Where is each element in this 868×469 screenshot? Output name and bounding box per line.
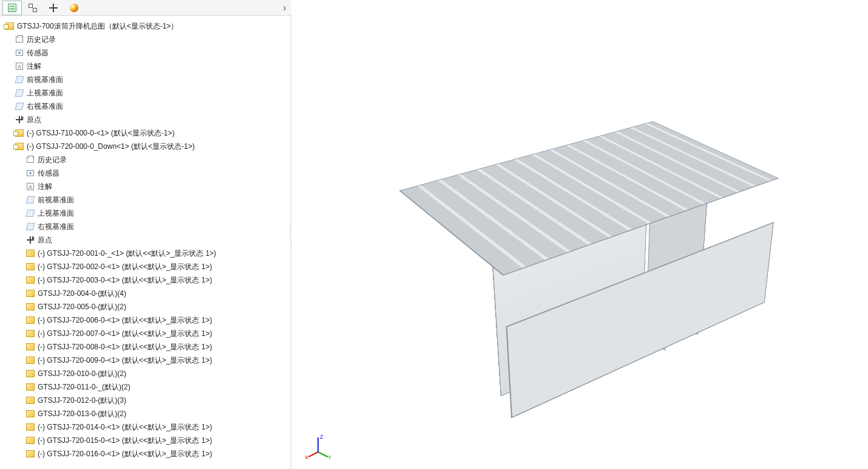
tree-subasm-720-label: (-) GTSJJ-720-000-0_Down<1> (默认<显示状态-1>) <box>27 142 195 152</box>
tree-sub2-top-plane-label: 上视基准面 <box>38 208 74 219</box>
orientation-triad[interactable]: X Y Z <box>305 434 331 460</box>
tree-front-plane[interactable]: 前视基准面 <box>1 73 291 86</box>
tree-history[interactable]: 历史记录 <box>1 33 291 46</box>
tree-sensors[interactable]: 传感器 <box>1 46 291 60</box>
tree-sub2-sensors[interactable]: 传感器 <box>1 166 291 180</box>
feature-tree: GTSJJ-700滚筒升降机总图（默认<显示状态-1>） 历史记录 传感器 注解… <box>0 16 291 468</box>
folder-icon <box>25 155 35 165</box>
tree-part[interactable]: (-) GTSJJ-720-001-0-_<1> (默认<<默认>_显示状态 1… <box>1 247 291 260</box>
tree-origin[interactable]: 原点 <box>1 113 291 126</box>
tree-part[interactable]: (-) GTSJJ-720-009-0-<1> (默认<<默认>_显示状态 1>… <box>1 354 291 367</box>
tab-property-manager[interactable] <box>23 1 42 15</box>
part-icon <box>25 409 35 419</box>
sensors-icon <box>15 48 24 58</box>
part-icon <box>25 395 35 405</box>
root-assembly-icon <box>5 21 15 31</box>
tree-sub2-annotations[interactable]: 注解 <box>1 180 291 193</box>
tree-part-label: (-) GTSJJ-720-002-0-<1> (默认<<默认>_显示状态 1>… <box>38 262 212 272</box>
sphere-icon <box>70 4 78 12</box>
tree-annotations-label: 注解 <box>27 61 41 72</box>
sensors-icon <box>25 168 35 178</box>
tree-part[interactable]: (-) GTSJJ-720-002-0-<1> (默认<<默认>_显示状态 1>… <box>1 260 291 273</box>
tree-sub2-front-plane[interactable]: 前视基准面 <box>1 193 291 207</box>
origin-icon <box>25 235 35 245</box>
tree-sub2-origin-label: 原点 <box>38 235 52 245</box>
manager-tab-bar: › <box>0 0 291 16</box>
tree-part-label: (-) GTSJJ-720-003-0-<1> (默认<<默认>_显示状态 1>… <box>38 275 212 286</box>
tree-sub2-history[interactable]: 历史记录 <box>1 153 291 166</box>
tree-part[interactable]: (-) GTSJJ-720-008-0-<1> (默认<<默认>_显示状态 1>… <box>1 340 291 354</box>
tree-part[interactable]: (-) GTSJJ-720-016-0-<1> (默认<<默认>_显示状态 1>… <box>1 447 291 460</box>
tree-sub2-origin[interactable]: 原点 <box>1 233 291 247</box>
tree-part-label: (-) GTSJJ-720-007-0-<1> (默认<<默认>_显示状态 1>… <box>38 329 212 339</box>
toolbar-overflow[interactable]: › <box>278 2 291 13</box>
tree-part-label: GTSJJ-720-012-0-(默认)(3) <box>38 395 126 406</box>
tree-part[interactable]: GTSJJ-720-013-0-(默认)(2) <box>1 407 291 420</box>
svg-line-1 <box>318 452 328 457</box>
tree-front-plane-label: 前视基准面 <box>27 75 63 85</box>
part-icon <box>25 315 35 325</box>
tree-top-plane[interactable]: 上视基准面 <box>1 86 291 100</box>
tree-part-label: GTSJJ-720-013-0-(默认)(2) <box>38 409 126 419</box>
hier-icon <box>29 4 37 12</box>
part-icon <box>25 248 35 258</box>
tree-part[interactable]: GTSJJ-720-004-0-(默认)(4) <box>1 287 291 300</box>
tree-part-label: (-) GTSJJ-720-016-0-<1> (默认<<默认>_显示状态 1>… <box>38 449 212 459</box>
tree-sub2-right-plane[interactable]: 右视基准面 <box>1 220 291 233</box>
tree-sub2-front-plane-label: 前视基准面 <box>38 195 74 205</box>
part-icon <box>25 422 35 432</box>
part-icon <box>25 275 35 285</box>
tree-part-label: (-) GTSJJ-720-006-0-<1> (默认<<默认>_显示状态 1>… <box>38 315 212 326</box>
tree-sub2-top-plane[interactable]: 上视基准面 <box>1 207 291 220</box>
tree-part[interactable]: (-) GTSJJ-720-003-0-<1> (默认<<默认>_显示状态 1>… <box>1 273 291 287</box>
cad-model <box>334 18 850 439</box>
part-icon <box>25 329 35 338</box>
part-icon <box>25 382 35 392</box>
tree-part-label: (-) GTSJJ-720-009-0-<1> (默认<<默认>_显示状态 1>… <box>38 355 212 366</box>
origin-icon <box>15 115 24 125</box>
tree-part[interactable]: (-) GTSJJ-720-007-0-<1> (默认<<默认>_显示状态 1>… <box>1 327 291 340</box>
feature-manager-panel[interactable]: GTSJJ-700滚筒升降机总图（默认<显示状态-1>） 历史记录 传感器 注解… <box>0 16 291 469</box>
graphics-viewport[interactable]: X Y Z <box>291 0 868 469</box>
tree-origin-label: 原点 <box>27 115 41 125</box>
tree-sub2-right-plane-label: 右视基准面 <box>38 222 74 232</box>
tree-subasm-720[interactable]: (-) GTSJJ-720-000-0_Down<1> (默认<显示状态-1>) <box>1 140 291 153</box>
part-icon <box>25 342 35 352</box>
tree-right-plane-label: 右视基准面 <box>27 101 63 112</box>
part-icon <box>25 449 35 459</box>
tab-feature-manager[interactable] <box>2 1 22 15</box>
tree-part-label: (-) GTSJJ-720-015-0-<1> (默认<<默认>_显示状态 1>… <box>38 436 212 446</box>
tree-sensors-label: 传感器 <box>27 48 49 58</box>
tree-part[interactable]: GTSJJ-720-011-0-_(默认)(2) <box>1 380 291 394</box>
tree-annotations[interactable]: 注解 <box>1 60 291 73</box>
plane-icon <box>25 222 35 231</box>
tree-sub2-annotations-label: 注解 <box>38 182 52 192</box>
tree-part[interactable]: (-) GTSJJ-720-015-0-<1> (默认<<默认>_显示状态 1>… <box>1 434 291 447</box>
tree-part[interactable]: GTSJJ-720-012-0-(默认)(3) <box>1 394 291 407</box>
svg-line-0 <box>308 452 318 457</box>
tree-part[interactable]: (-) GTSJJ-720-014-0-<1> (默认<<默认>_显示状态 1>… <box>1 420 291 434</box>
tab-configuration-manager[interactable] <box>44 1 63 15</box>
tree-part-label: (-) GTSJJ-720-008-0-<1> (默认<<默认>_显示状态 1>… <box>38 342 212 352</box>
tree-right-plane[interactable]: 右视基准面 <box>1 100 291 113</box>
tree-part[interactable]: GTSJJ-720-005-0-(默认)(2) <box>1 300 291 313</box>
annotations-icon <box>15 61 24 71</box>
triad-z-label: Z <box>320 434 324 440</box>
tree-part-label: GTSJJ-720-004-0-(默认)(4) <box>38 289 126 299</box>
tree-history-label: 历史记录 <box>27 35 56 45</box>
tree-subasm-710[interactable]: (-) GTSJJ-710-000-0-<1> (默认<显示状态-1>) <box>1 126 291 140</box>
annotations-icon <box>25 182 35 191</box>
tree-root[interactable]: GTSJJ-700滚筒升降机总图（默认<显示状态-1>） <box>1 19 291 33</box>
part-icon <box>25 355 35 365</box>
tab-appearances[interactable] <box>64 1 84 15</box>
tree-subasm-710-label: (-) GTSJJ-710-000-0-<1> (默认<显示状态-1>) <box>27 128 174 139</box>
tree-part[interactable]: GTSJJ-720-010-0-(默认)(2) <box>1 367 291 380</box>
triad-x-label: X <box>305 454 308 460</box>
tree-root-label: GTSJJ-700滚筒升降机总图（默认<显示状态-1>） <box>17 21 178 32</box>
subassembly-icon <box>15 142 24 151</box>
part-icon <box>25 436 35 445</box>
tree-part[interactable]: (-) GTSJJ-720-006-0-<1> (默认<<默认>_显示状态 1>… <box>1 313 291 327</box>
plane-icon <box>15 101 24 111</box>
plane-icon <box>15 75 24 84</box>
tree-part-label: (-) GTSJJ-720-014-0-<1> (默认<<默认>_显示状态 1>… <box>38 422 212 433</box>
